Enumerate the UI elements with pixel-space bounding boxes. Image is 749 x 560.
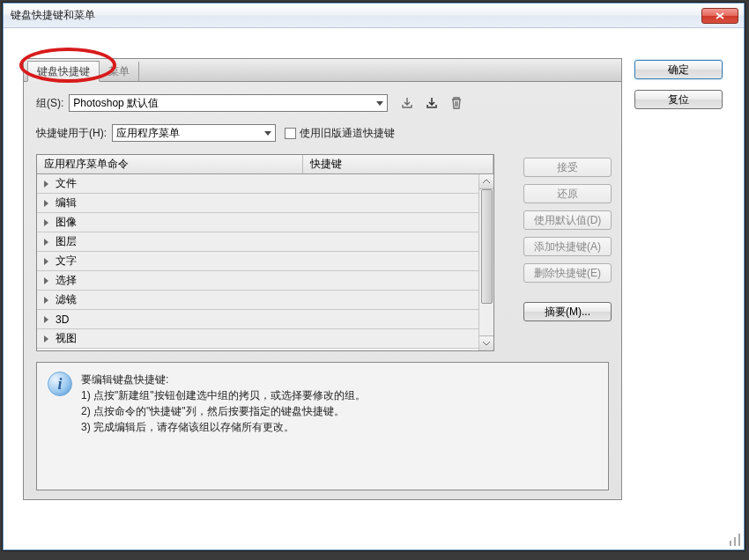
add-shortcut-button: 添加快捷键(A) (523, 237, 612, 256)
table-header-command[interactable]: 应用程序菜单命令 (37, 155, 303, 173)
triangle-right-icon (44, 335, 48, 343)
use-for-value: 应用程序菜单 (116, 126, 180, 141)
window-title: 键盘快捷键和菜单 (11, 8, 701, 23)
table-row[interactable]: 编辑 (37, 194, 493, 213)
table-row[interactable]: 图层 (37, 232, 493, 252)
table-row[interactable]: 3D (37, 310, 493, 329)
ok-button[interactable]: 确定 (634, 60, 723, 79)
use-for-label: 快捷键用于(H): (36, 126, 107, 141)
accept-button: 接受 (523, 158, 612, 177)
summary-button[interactable]: 摘要(M)... (523, 302, 612, 321)
chevron-up-icon (483, 179, 490, 184)
triangle-right-icon (44, 297, 48, 304)
scroll-up-button[interactable] (479, 174, 493, 189)
table-row[interactable]: 文件 (37, 174, 493, 194)
chevron-down-icon (483, 341, 490, 346)
set-dropdown[interactable]: Photoshop 默认值 (69, 94, 388, 112)
triangle-right-icon (44, 258, 48, 265)
table-row[interactable]: 文字 (37, 252, 493, 271)
table-row[interactable]: 滤镜 (37, 291, 493, 310)
table-row[interactable]: 视图 (37, 329, 493, 349)
reset-button[interactable]: 复位 (634, 90, 723, 109)
chevron-down-icon (264, 131, 271, 136)
tab-menus[interactable]: 菜单 (100, 62, 139, 81)
close-icon (716, 12, 724, 19)
info-icon: i (48, 372, 72, 396)
scroll-thumb[interactable] (481, 189, 493, 304)
resize-grip[interactable] (728, 534, 740, 546)
dialog-window: 键盘快捷键和菜单 确定 复位 键盘快捷键 菜单 组(S): Photoshop … (3, 3, 745, 550)
triangle-right-icon (44, 200, 48, 207)
scrollbar[interactable] (478, 174, 493, 350)
set-dropdown-value: Photoshop 默认值 (73, 96, 159, 111)
legacy-checkbox-label: 使用旧版通道快捷键 (300, 126, 395, 141)
close-button[interactable] (701, 8, 738, 24)
legacy-checkbox[interactable] (285, 128, 296, 139)
scroll-down-button[interactable] (479, 335, 493, 350)
triangle-right-icon (44, 277, 48, 284)
tab-keyboard-shortcuts[interactable]: 键盘快捷键 (27, 61, 100, 82)
titlebar: 键盘快捷键和菜单 (4, 4, 744, 28)
use-defaults-button: 使用默认值(D) (523, 210, 612, 230)
info-box: i 要编辑键盘快捷键: 1) 点按"新建组"按钮创建选中组的拷贝，或选择要修改的… (36, 362, 609, 490)
table-row[interactable]: 图像 (37, 213, 493, 232)
triangle-right-icon (44, 181, 48, 188)
delete-shortcut-button: 删除快捷键(E) (523, 263, 612, 283)
dialog-body: 确定 复位 键盘快捷键 菜单 组(S): Photoshop 默认值 (4, 28, 744, 549)
delete-set-icon[interactable] (448, 94, 465, 112)
shortcuts-table: 应用程序菜单命令 快捷键 文件 编辑 图像 图层 文字 选择 滤镜 3D (36, 154, 494, 351)
info-text: 要编辑键盘快捷键: 1) 点按"新建组"按钮创建选中组的拷贝，或选择要修改的组。… (81, 372, 366, 481)
triangle-right-icon (44, 219, 48, 226)
set-label: 组(S): (36, 96, 63, 111)
chevron-down-icon (376, 101, 383, 106)
use-for-dropdown[interactable]: 应用程序菜单 (112, 124, 276, 142)
table-body: 文件 编辑 图像 图层 文字 选择 滤镜 3D 视图 (37, 174, 493, 350)
tabbar: 键盘快捷键 菜单 (23, 58, 622, 81)
table-header-shortcut[interactable]: 快捷键 (303, 155, 493, 173)
triangle-right-icon (44, 316, 48, 323)
save-set-icon[interactable] (398, 94, 416, 112)
triangle-right-icon (44, 239, 48, 246)
table-row[interactable]: 选择 (37, 271, 493, 291)
new-set-icon[interactable] (423, 94, 441, 112)
undo-button: 还原 (523, 184, 612, 203)
